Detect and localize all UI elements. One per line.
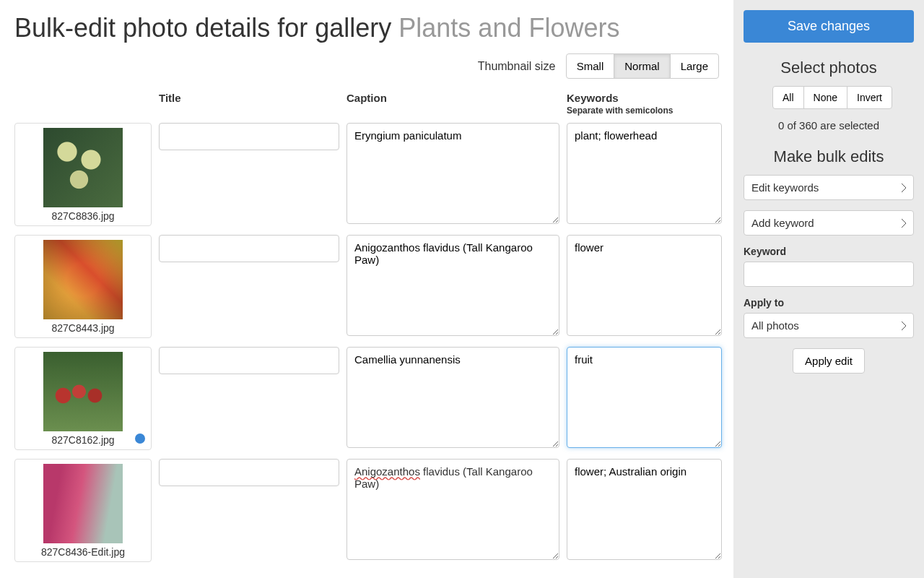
title-input[interactable] (159, 347, 339, 374)
sidebar: Save changes Select photos All None Inve… (733, 0, 924, 578)
keywords-textarea[interactable] (567, 123, 722, 224)
save-button[interactable]: Save changes (744, 10, 914, 43)
select-heading: Select photos (744, 59, 914, 77)
apply-to-select[interactable]: All photos (744, 313, 914, 338)
caption-textarea[interactable]: Anigozanthos flavidus (Tall Kangaroo Paw… (346, 459, 559, 560)
keywords-textarea[interactable] (567, 347, 722, 448)
keywords-textarea[interactable] (567, 235, 722, 336)
keyword-input[interactable] (744, 262, 914, 287)
bulk-heading: Make bulk edits (744, 147, 914, 166)
photo-thumbnail[interactable] (43, 240, 123, 319)
keyword-label: Keyword (744, 246, 914, 257)
photo-grid: Title Caption Keywords Separate with sem… (14, 89, 719, 571)
select-none-button[interactable]: None (803, 86, 847, 109)
title-input[interactable] (159, 235, 339, 262)
col-keywords: Keywords Separate with semicolons (567, 89, 722, 123)
apply-to-label: Apply to (744, 297, 914, 309)
photo-thumbnail[interactable] (43, 464, 123, 543)
selection-status: 0 of 360 are selected (744, 119, 914, 131)
gallery-name: Plants and Flowers (398, 13, 619, 43)
thumb-large-button[interactable]: Large (670, 53, 719, 79)
edit-action-select[interactable]: Add keyword (744, 210, 914, 236)
select-invert-button[interactable]: Invert (847, 86, 892, 109)
thumbnail-size-label: Thumbnail size (478, 60, 556, 72)
photo-filename: 827C8836.jpg (18, 210, 148, 222)
photo-cell[interactable]: 827C8162.jpg (14, 347, 152, 450)
thumbnail-size-group: Small Normal Large (566, 53, 719, 79)
edit-type-select[interactable]: Edit keywords (744, 175, 914, 200)
caption-textarea[interactable] (346, 347, 559, 448)
photo-filename: 827C8162.jpg (18, 434, 148, 446)
photo-filename: 827C8436-Edit.jpg (18, 546, 148, 558)
select-all-button[interactable]: All (772, 86, 804, 109)
photo-thumbnail[interactable] (43, 128, 123, 207)
bulk-panel: Make bulk edits Edit keywords Add keywor… (744, 147, 914, 374)
photo-cell[interactable]: 827C8443.jpg (14, 235, 152, 338)
caption-textarea[interactable] (346, 235, 559, 336)
col-title: Title (159, 89, 339, 123)
title-input[interactable] (159, 459, 339, 486)
col-keywords-label: Keywords (567, 92, 619, 104)
modified-dot-icon (135, 434, 145, 444)
apply-edit-button[interactable]: Apply edit (793, 348, 865, 374)
select-buttons: All None Invert (772, 86, 892, 109)
col-keywords-sub: Separate with semicolons (567, 105, 722, 116)
keywords-textarea[interactable] (567, 459, 722, 560)
page-title-text: Bulk-edit photo details for gallery (14, 13, 391, 43)
caption-textarea[interactable] (346, 123, 559, 224)
title-input[interactable] (159, 123, 339, 150)
page-title: Bulk-edit photo details for gallery Plan… (14, 13, 719, 43)
photo-cell[interactable]: 827C8836.jpg (14, 123, 152, 226)
thumb-normal-button[interactable]: Normal (614, 53, 670, 79)
select-panel: Select photos All None Invert 0 of 360 a… (744, 59, 914, 131)
thumbnail-size-row: Thumbnail size Small Normal Large (14, 53, 719, 79)
photo-filename: 827C8443.jpg (18, 322, 148, 334)
thumb-small-button[interactable]: Small (566, 53, 615, 79)
photo-thumbnail[interactable] (43, 352, 123, 431)
col-caption: Caption (346, 89, 559, 123)
photo-cell[interactable]: 827C8436-Edit.jpg (14, 459, 152, 562)
